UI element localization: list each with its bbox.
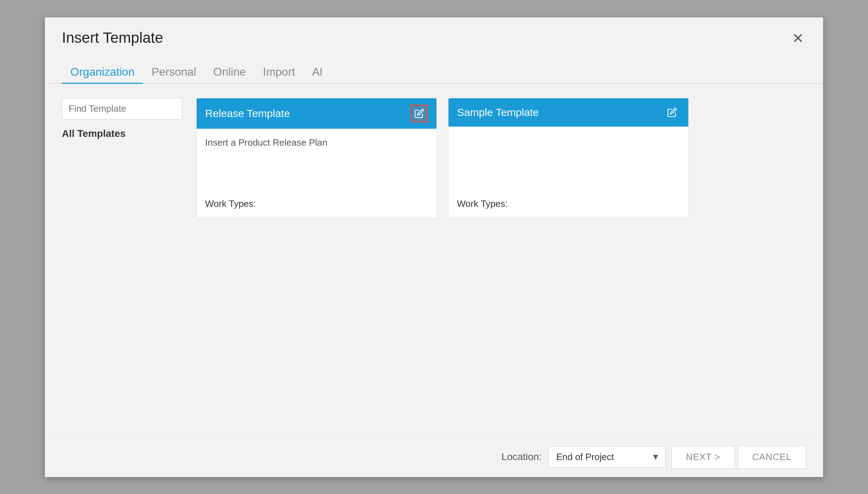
edit-template-button-release[interactable] bbox=[410, 105, 428, 122]
all-templates-label: All Templates bbox=[62, 128, 182, 139]
modal-footer: Location: End of Project Beginning of Pr… bbox=[45, 437, 823, 477]
template-card-header-sample: Sample Template bbox=[449, 98, 688, 127]
location-label: Location: bbox=[502, 451, 542, 463]
template-card-body-release: Insert a Product Release Plan Work Types… bbox=[197, 129, 436, 218]
search-input[interactable] bbox=[62, 98, 182, 120]
sidebar: All Templates bbox=[62, 98, 182, 423]
modal-title: Insert Template bbox=[62, 29, 163, 46]
tab-ai[interactable]: AI bbox=[303, 61, 331, 84]
template-card-header-release: Release Template bbox=[197, 98, 436, 129]
modal-header: Insert Template × bbox=[45, 17, 823, 47]
template-work-types-release: Work Types: bbox=[205, 198, 428, 209]
tab-personal[interactable]: Personal bbox=[143, 61, 204, 84]
close-button[interactable]: × bbox=[790, 29, 806, 47]
templates-grid: Release Template Insert a Product Releas… bbox=[196, 98, 806, 423]
template-card-title-sample: Sample Template bbox=[457, 106, 539, 118]
tab-organization[interactable]: Organization bbox=[62, 61, 143, 84]
location-select[interactable]: End of Project Beginning of Project bbox=[549, 447, 646, 467]
location-select-wrapper: End of Project Beginning of Project ▼ bbox=[549, 446, 666, 467]
next-button[interactable]: NEXT > bbox=[671, 446, 735, 469]
template-work-types-sample: Work Types: bbox=[457, 198, 680, 209]
chevron-down-icon: ▼ bbox=[646, 452, 665, 462]
template-description-release: Insert a Product Release Plan bbox=[205, 137, 428, 148]
template-card-sample[interactable]: Sample Template Work Types: bbox=[448, 98, 689, 218]
template-card-title-release: Release Template bbox=[205, 107, 290, 120]
template-card-body-sample: Work Types: bbox=[449, 127, 688, 218]
modal-body: All Templates Release Template bbox=[45, 84, 823, 437]
edit-template-button-sample[interactable] bbox=[664, 105, 680, 120]
template-card-release[interactable]: Release Template Insert a Product Releas… bbox=[196, 98, 437, 218]
modal-dialog: Insert Template × Organization Personal … bbox=[45, 17, 823, 477]
tab-online[interactable]: Online bbox=[205, 61, 255, 84]
tab-import[interactable]: Import bbox=[254, 61, 303, 84]
tabs-bar: Organization Personal Online Import AI bbox=[45, 53, 823, 84]
modal-overlay: Insert Template × Organization Personal … bbox=[0, 0, 868, 494]
cancel-button[interactable]: CANCEL bbox=[738, 446, 806, 469]
